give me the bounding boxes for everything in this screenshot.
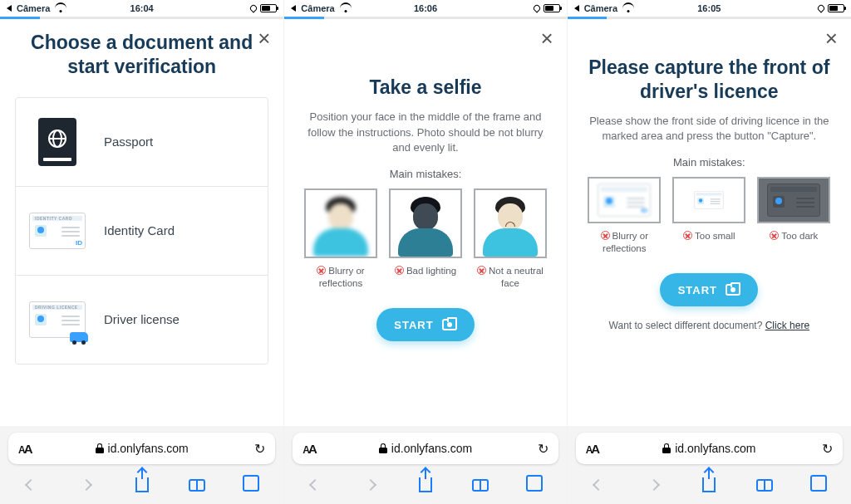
wifi-icon [340, 4, 352, 12]
text-size-button[interactable]: AA [586, 442, 599, 456]
share-button[interactable] [415, 474, 436, 496]
error-icon [477, 266, 486, 275]
safari-chrome: AA id.onlyfans.com ↻ [284, 426, 566, 504]
nav-back-button[interactable] [20, 474, 42, 496]
change-document-prompt: Want to select different document? Click… [583, 320, 836, 331]
battery-icon [828, 4, 844, 12]
mistake-caption: Bad lighting [406, 266, 456, 276]
close-icon[interactable]: × [825, 27, 838, 49]
bookmarks-button[interactable] [186, 474, 208, 496]
close-icon[interactable]: × [258, 27, 270, 49]
camera-icon [726, 284, 740, 296]
example-thumbnail [389, 188, 462, 258]
start-capture-button[interactable]: START [660, 273, 758, 306]
start-button-label: START [678, 284, 717, 296]
instruction-text: Position your face in the middle of the … [299, 110, 551, 157]
back-to-app-icon[interactable] [7, 5, 12, 12]
share-button[interactable] [131, 474, 153, 496]
error-icon [395, 266, 404, 275]
wifi-icon [55, 4, 66, 12]
three-phone-screenshots: Câmera 16:04 × Choose a document and sta… [0, 0, 851, 504]
mistake-tile-too-dark: Too dark [757, 177, 830, 255]
instruction-text: Please show the front side of driving li… [583, 114, 836, 145]
mistake-tile-blurry: ID Blurry or reflections [588, 177, 661, 255]
wifi-icon [622, 4, 634, 12]
driver-license-icon: DRIVING LICENCE [27, 297, 87, 342]
example-thumbnail [474, 188, 547, 258]
close-icon[interactable]: × [540, 27, 553, 49]
mistakes-heading: Main mistakes: [299, 168, 551, 180]
example-thumbnail [757, 177, 830, 223]
document-option-passport[interactable]: Passport [16, 98, 268, 187]
tabs-button[interactable] [809, 474, 831, 496]
status-bar: Câmera 16:04 [0, 0, 283, 17]
lock-icon [379, 443, 387, 453]
back-to-app-label[interactable]: Câmera [301, 3, 334, 13]
mistake-tile-too-small: Too small [672, 177, 745, 255]
back-to-app-label[interactable]: Câmera [584, 3, 617, 13]
clock: 16:05 [697, 3, 721, 13]
mistake-examples: Blurry or reflections Bad lighting Not a… [299, 188, 551, 290]
lock-icon [662, 443, 671, 453]
nav-forward-button[interactable] [643, 474, 665, 496]
document-option-driver-license[interactable]: DRIVING LICENCE Driver license [16, 276, 268, 364]
location-icon [249, 3, 258, 12]
back-to-app-icon[interactable] [574, 5, 579, 12]
phone-screen-choose-document: Câmera 16:04 × Choose a document and sta… [0, 0, 283, 504]
tabs-button[interactable] [525, 474, 547, 496]
page-title: Take a selfie [299, 76, 551, 100]
mistake-caption: Too dark [781, 231, 818, 241]
reload-icon[interactable]: ↻ [822, 441, 833, 457]
safari-toolbar [284, 469, 566, 504]
text-size-button[interactable]: AA [303, 442, 316, 456]
status-bar: Câmera 16:06 [284, 0, 566, 17]
start-capture-button[interactable]: START [376, 308, 475, 341]
camera-icon [442, 319, 457, 330]
url-text: id.onlyfans.com [108, 442, 189, 455]
change-document-link[interactable]: Click here [765, 320, 809, 331]
mistake-caption: Not a neutral face [489, 266, 544, 288]
bookmarks-button[interactable] [470, 474, 491, 496]
mistakes-heading: Main mistakes: [583, 156, 836, 169]
back-to-app-label[interactable]: Câmera [17, 3, 50, 13]
document-option-label: Passport [104, 135, 153, 149]
document-option-label: Identity Card [104, 223, 175, 237]
phone-screen-take-selfie: Câmera 16:06 × Take a selfie Position yo… [283, 0, 567, 504]
document-type-list: Passport IDENTITY CARD ID Identity Card [15, 97, 268, 365]
safari-chrome: AA id.onlyfans.com ↻ [568, 426, 851, 504]
tabs-button[interactable] [242, 474, 263, 496]
error-icon [317, 266, 326, 275]
mistake-examples: ID Blurry or reflections Too small [583, 177, 836, 255]
location-icon [532, 3, 541, 12]
address-bar[interactable]: AA id.onlyfans.com ↻ [293, 433, 558, 464]
identity-card-icon: IDENTITY CARD ID [27, 208, 87, 253]
battery-icon [544, 4, 560, 12]
lock-icon [96, 443, 104, 453]
mistake-caption: Blurry or reflections [319, 266, 365, 288]
phone-screen-capture-driver-license: Câmera 16:05 × Please capture the front … [568, 0, 851, 504]
nav-forward-button[interactable] [360, 474, 381, 496]
url-text: id.onlyfans.com [391, 442, 472, 455]
example-thumbnail [304, 188, 377, 258]
text-size-button[interactable]: AA [18, 442, 32, 456]
location-icon [816, 3, 825, 12]
share-button[interactable] [698, 474, 720, 496]
url-text: id.onlyfans.com [675, 442, 755, 455]
back-to-app-icon[interactable] [291, 5, 296, 12]
nav-back-button[interactable] [304, 474, 326, 496]
page-title: Please capture the front of driver's lic… [583, 56, 836, 104]
reload-icon[interactable]: ↻ [254, 441, 265, 457]
document-option-identity-card[interactable]: IDENTITY CARD ID Identity Card [16, 187, 268, 276]
example-thumbnail: ID [588, 177, 661, 223]
mistake-tile-blurry: Blurry or reflections [304, 188, 377, 290]
address-bar[interactable]: AA id.onlyfans.com ↻ [576, 433, 843, 464]
nav-forward-button[interactable] [76, 474, 97, 496]
bookmarks-button[interactable] [754, 474, 775, 496]
clock: 16:04 [130, 3, 154, 13]
status-bar: Câmera 16:05 [568, 0, 851, 17]
reload-icon[interactable]: ↻ [538, 441, 548, 457]
example-thumbnail [672, 177, 745, 223]
address-bar[interactable]: AA id.onlyfans.com ↻ [8, 433, 275, 464]
mistake-tile-not-neutral: Not a neutral face [474, 188, 547, 290]
nav-back-button[interactable] [588, 474, 609, 496]
